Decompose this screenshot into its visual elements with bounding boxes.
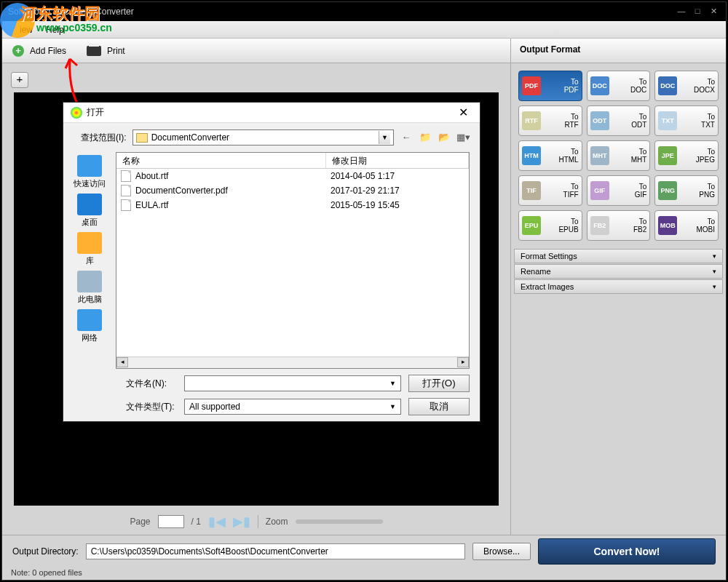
page-input[interactable] bbox=[158, 515, 184, 528]
back-icon[interactable]: ← bbox=[400, 131, 413, 144]
format-jpeg[interactable]: JPEToJPEG bbox=[654, 140, 719, 171]
scroll-right-icon[interactable]: ▸ bbox=[457, 357, 469, 367]
format-label: ToPNG bbox=[679, 183, 715, 199]
format-rtf[interactable]: RTFToRTF bbox=[518, 105, 582, 136]
format-icon: DOC bbox=[590, 76, 609, 95]
place-桌面[interactable]: 桌面 bbox=[77, 194, 102, 228]
format-doc[interactable]: DOCToDOC bbox=[587, 71, 651, 101]
lookin-value: DocumentConverter bbox=[151, 132, 229, 143]
format-fb2[interactable]: FB2ToFB2 bbox=[587, 210, 651, 241]
place-icon bbox=[77, 271, 102, 292]
page-total: / 1 bbox=[191, 517, 201, 527]
format-png[interactable]: PNGToPNG bbox=[654, 175, 719, 206]
format-gif[interactable]: GIFToGIF bbox=[587, 175, 651, 206]
last-page-icon[interactable]: ▶▮ bbox=[233, 514, 250, 530]
format-txt[interactable]: TXTToTXT bbox=[654, 105, 719, 136]
browse-button[interactable]: Browse... bbox=[472, 543, 531, 560]
format-html[interactable]: HTMToHTML bbox=[518, 140, 582, 171]
format-label: ToRTF bbox=[543, 113, 579, 129]
output-dir-input[interactable] bbox=[86, 543, 465, 559]
file-row[interactable]: About.rtf2014-04-05 1:17 bbox=[116, 169, 469, 183]
zoom-label: Zoom bbox=[266, 517, 288, 527]
format-icon: EPU bbox=[522, 216, 541, 235]
up-folder-icon[interactable]: 📁 bbox=[419, 131, 432, 144]
print-button[interactable]: Print bbox=[87, 46, 125, 56]
filename-input[interactable]: ▼ bbox=[184, 375, 401, 391]
format-label: ToDOC bbox=[612, 78, 647, 94]
output-dir-label: Output Directory: bbox=[12, 546, 79, 557]
format-icon: DOC bbox=[658, 76, 677, 95]
new-folder-icon[interactable]: 📂 bbox=[438, 131, 451, 144]
scroll-left-icon[interactable]: ◂ bbox=[116, 357, 128, 367]
view-menu-icon[interactable]: ▦▾ bbox=[456, 131, 470, 144]
format-epub[interactable]: EPUToEPUB bbox=[518, 210, 582, 241]
format-mht[interactable]: MHTToMHT bbox=[587, 140, 651, 171]
file-row[interactable]: DocumentConverter.pdf2017-01-29 21:17 bbox=[116, 183, 469, 198]
format-label: ToMHT bbox=[612, 148, 647, 164]
filetype-combo[interactable]: All supported▼ bbox=[184, 399, 401, 415]
chevron-down-icon: ▼ bbox=[389, 403, 396, 410]
convert-button[interactable]: Convert Now! bbox=[538, 538, 716, 565]
format-tiff[interactable]: TIFToTIFF bbox=[518, 175, 582, 206]
format-label: ToJPEG bbox=[679, 148, 715, 164]
place-网络[interactable]: 网络 bbox=[77, 309, 102, 343]
format-icon: RTF bbox=[522, 111, 541, 130]
place-此电脑[interactable]: 此电脑 bbox=[77, 271, 102, 305]
file-icon bbox=[121, 199, 131, 211]
file-date: 2017-01-29 21:17 bbox=[331, 186, 464, 196]
file-list-header: 名称 修改日期 bbox=[116, 153, 469, 169]
file-date: 2014-04-05 1:17 bbox=[331, 171, 464, 181]
format-docx[interactable]: DOCToDOCX bbox=[654, 71, 719, 101]
chevron-down-icon: ▾ bbox=[713, 283, 716, 290]
page-label: Page bbox=[130, 517, 150, 527]
dialog-close-button[interactable]: ✕ bbox=[454, 105, 472, 119]
add-files-button[interactable]: + Add Files bbox=[12, 45, 66, 57]
menu-help[interactable]: Help bbox=[46, 25, 64, 35]
section-format-settings[interactable]: Format Settings▾ bbox=[514, 249, 723, 263]
close-button[interactable]: ✕ bbox=[707, 7, 720, 17]
format-pdf[interactable]: PDFToPDF bbox=[518, 71, 582, 101]
folder-icon bbox=[136, 133, 148, 143]
status-bar: Note: 0 opened files bbox=[2, 567, 726, 580]
format-odt[interactable]: ODTToODT bbox=[587, 105, 651, 136]
format-label: ToODT bbox=[612, 113, 647, 129]
file-list: 名称 修改日期 About.rtf2014-04-05 1:17Document… bbox=[116, 152, 470, 369]
maximize-button[interactable]: □ bbox=[691, 7, 704, 17]
place-库[interactable]: 库 bbox=[77, 232, 102, 266]
place-快速访问[interactable]: 快速访问 bbox=[74, 155, 106, 189]
printer-icon bbox=[87, 46, 101, 56]
menu-view[interactable]: iew bbox=[20, 25, 33, 35]
cancel-button[interactable]: 取消 bbox=[408, 398, 470, 415]
format-label: ToDOCX bbox=[679, 78, 715, 94]
chevron-down-icon: ▾ bbox=[713, 252, 716, 260]
add-tab-button[interactable]: + bbox=[11, 72, 28, 88]
col-date[interactable]: 修改日期 bbox=[326, 153, 469, 168]
format-label: ToTIFF bbox=[543, 183, 579, 199]
col-name[interactable]: 名称 bbox=[116, 153, 326, 168]
toolbar: + Add Files Print bbox=[2, 39, 510, 63]
file-icon bbox=[121, 170, 131, 182]
pager-row: Page / 1 ▮◀ ▶▮ Zoom bbox=[2, 511, 510, 532]
format-mobi[interactable]: MOBToMOBI bbox=[654, 210, 719, 241]
section-rename[interactable]: Rename▾ bbox=[514, 264, 723, 279]
zoom-slider[interactable] bbox=[296, 519, 383, 524]
file-row[interactable]: EULA.rtf2015-05-19 15:45 bbox=[116, 198, 469, 212]
print-label: Print bbox=[107, 46, 125, 56]
lookin-label: 查找范围(I): bbox=[81, 132, 127, 144]
open-button[interactable]: 打开(O) bbox=[408, 375, 470, 392]
minimize-button[interactable]: — bbox=[675, 7, 688, 17]
section-extract-images[interactable]: Extract Images▾ bbox=[514, 279, 723, 294]
format-icon: TIF bbox=[522, 181, 541, 200]
dialog-footer: 文件名(N): ▼ 打开(O) 文件类型(T): All supported▼ … bbox=[63, 369, 480, 427]
dialog-titlebar: 打开 ✕ bbox=[63, 103, 480, 123]
place-icon bbox=[77, 309, 102, 331]
format-label: ToMOBI bbox=[679, 218, 715, 234]
format-label: ToGIF bbox=[612, 183, 647, 199]
first-page-icon[interactable]: ▮◀ bbox=[208, 514, 226, 530]
dialog-icon bbox=[71, 107, 82, 119]
h-scrollbar[interactable]: ◂ ▸ bbox=[116, 356, 469, 368]
dialog-body: 快速访问桌面库此电脑网络 名称 修改日期 About.rtf2014-04-05… bbox=[63, 152, 480, 369]
lookin-combo[interactable]: DocumentConverter ▼ bbox=[132, 129, 394, 146]
places-bar: 快速访问桌面库此电脑网络 bbox=[63, 152, 116, 369]
chevron-down-icon: ▼ bbox=[389, 380, 396, 387]
